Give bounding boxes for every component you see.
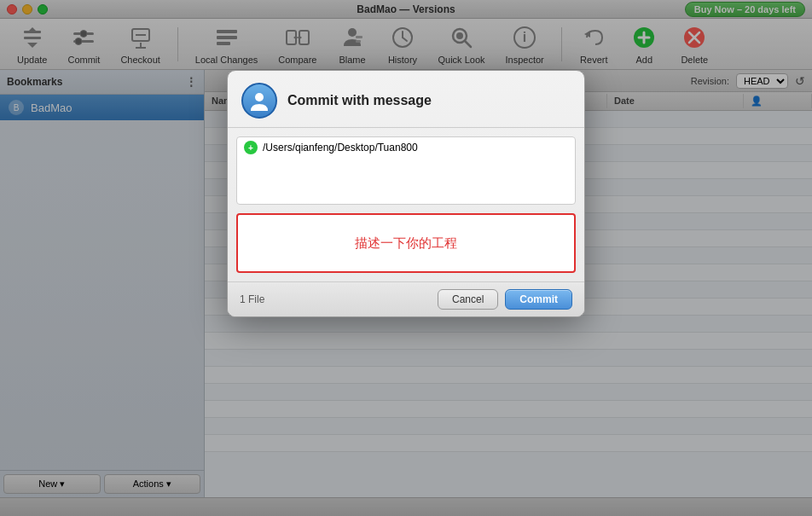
file-path: /Users/qianfeng/Desktop/Tuan800 [263, 142, 418, 154]
modal-title: Commit with message [287, 93, 432, 108]
modal-footer: 1 File Cancel Commit [228, 281, 584, 316]
modal-overlay: Commit with message + /Users/qianfeng/De… [0, 0, 812, 516]
modal-icon [241, 83, 277, 119]
commit-button[interactable]: Commit [505, 289, 572, 310]
cancel-button[interactable]: Cancel [438, 289, 498, 310]
modal-dialog: Commit with message + /Users/qianfeng/De… [227, 70, 585, 317]
modal-header: Commit with message [228, 71, 584, 128]
svg-point-38 [255, 93, 264, 101]
file-item: + /Users/qianfeng/Desktop/Tuan800 [237, 137, 575, 158]
message-placeholder: 描述一下你的工程 [355, 235, 457, 252]
modal-buttons: Cancel Commit [438, 289, 572, 310]
file-added-icon: + [244, 141, 258, 154]
file-list: + /Users/qianfeng/Desktop/Tuan800 [236, 136, 576, 205]
file-count: 1 File [240, 293, 264, 305]
message-input-area[interactable]: 描述一下你的工程 [236, 213, 576, 273]
